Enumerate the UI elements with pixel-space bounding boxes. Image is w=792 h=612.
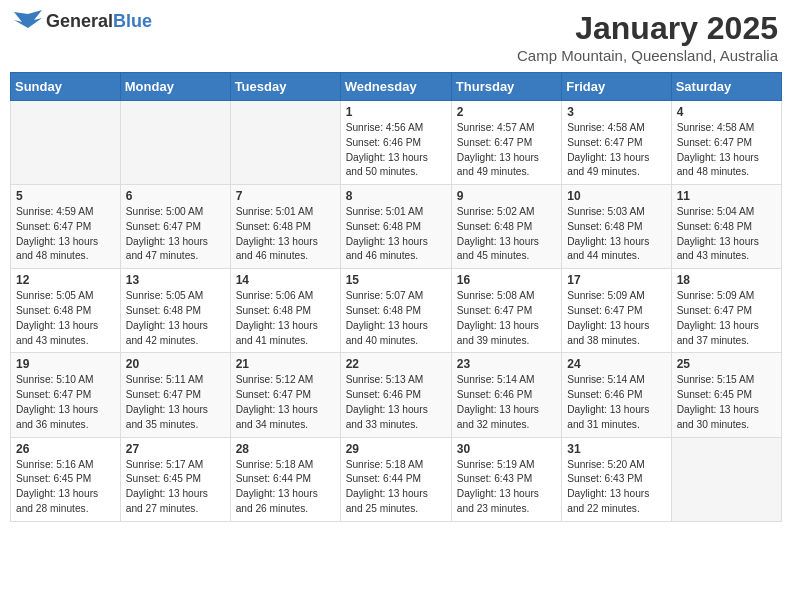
calendar-cell: 28Sunrise: 5:18 AM Sunset: 6:44 PM Dayli… — [230, 437, 340, 521]
day-info: Sunrise: 5:13 AM Sunset: 6:46 PM Dayligh… — [346, 373, 446, 432]
svg-marker-0 — [14, 10, 42, 28]
day-number: 8 — [346, 189, 446, 203]
day-number: 21 — [236, 357, 335, 371]
day-info: Sunrise: 5:01 AM Sunset: 6:48 PM Dayligh… — [236, 205, 335, 264]
day-number: 7 — [236, 189, 335, 203]
day-info: Sunrise: 4:58 AM Sunset: 6:47 PM Dayligh… — [567, 121, 665, 180]
day-number: 15 — [346, 273, 446, 287]
day-number: 13 — [126, 273, 225, 287]
day-info: Sunrise: 5:10 AM Sunset: 6:47 PM Dayligh… — [16, 373, 115, 432]
page-header: GeneralBlue January 2025 Camp Mountain, … — [10, 10, 782, 64]
day-info: Sunrise: 5:12 AM Sunset: 6:47 PM Dayligh… — [236, 373, 335, 432]
day-info: Sunrise: 5:11 AM Sunset: 6:47 PM Dayligh… — [126, 373, 225, 432]
calendar-cell: 12Sunrise: 5:05 AM Sunset: 6:48 PM Dayli… — [11, 269, 121, 353]
calendar-cell: 21Sunrise: 5:12 AM Sunset: 6:47 PM Dayli… — [230, 353, 340, 437]
day-info: Sunrise: 5:01 AM Sunset: 6:48 PM Dayligh… — [346, 205, 446, 264]
month-title: January 2025 — [517, 10, 778, 47]
weekday-header-sunday: Sunday — [11, 73, 121, 101]
day-number: 22 — [346, 357, 446, 371]
calendar-cell: 7Sunrise: 5:01 AM Sunset: 6:48 PM Daylig… — [230, 185, 340, 269]
day-number: 4 — [677, 105, 776, 119]
calendar-week-row: 26Sunrise: 5:16 AM Sunset: 6:45 PM Dayli… — [11, 437, 782, 521]
calendar-cell: 20Sunrise: 5:11 AM Sunset: 6:47 PM Dayli… — [120, 353, 230, 437]
calendar-table: SundayMondayTuesdayWednesdayThursdayFrid… — [10, 72, 782, 522]
day-info: Sunrise: 5:05 AM Sunset: 6:48 PM Dayligh… — [126, 289, 225, 348]
day-number: 28 — [236, 442, 335, 456]
day-number: 31 — [567, 442, 665, 456]
day-number: 1 — [346, 105, 446, 119]
weekday-header-monday: Monday — [120, 73, 230, 101]
day-info: Sunrise: 5:18 AM Sunset: 6:44 PM Dayligh… — [346, 458, 446, 517]
weekday-header-wednesday: Wednesday — [340, 73, 451, 101]
day-number: 29 — [346, 442, 446, 456]
day-info: Sunrise: 5:14 AM Sunset: 6:46 PM Dayligh… — [567, 373, 665, 432]
calendar-cell: 25Sunrise: 5:15 AM Sunset: 6:45 PM Dayli… — [671, 353, 781, 437]
day-number: 24 — [567, 357, 665, 371]
day-info: Sunrise: 4:59 AM Sunset: 6:47 PM Dayligh… — [16, 205, 115, 264]
location-subtitle: Camp Mountain, Queensland, Australia — [517, 47, 778, 64]
calendar-cell: 30Sunrise: 5:19 AM Sunset: 6:43 PM Dayli… — [451, 437, 561, 521]
calendar-cell: 4Sunrise: 4:58 AM Sunset: 6:47 PM Daylig… — [671, 101, 781, 185]
day-number: 9 — [457, 189, 556, 203]
calendar-cell: 11Sunrise: 5:04 AM Sunset: 6:48 PM Dayli… — [671, 185, 781, 269]
day-number: 23 — [457, 357, 556, 371]
day-info: Sunrise: 5:07 AM Sunset: 6:48 PM Dayligh… — [346, 289, 446, 348]
calendar-cell: 13Sunrise: 5:05 AM Sunset: 6:48 PM Dayli… — [120, 269, 230, 353]
calendar-cell: 17Sunrise: 5:09 AM Sunset: 6:47 PM Dayli… — [562, 269, 671, 353]
day-number: 3 — [567, 105, 665, 119]
calendar-cell: 24Sunrise: 5:14 AM Sunset: 6:46 PM Dayli… — [562, 353, 671, 437]
day-info: Sunrise: 4:56 AM Sunset: 6:46 PM Dayligh… — [346, 121, 446, 180]
day-info: Sunrise: 5:00 AM Sunset: 6:47 PM Dayligh… — [126, 205, 225, 264]
day-info: Sunrise: 5:20 AM Sunset: 6:43 PM Dayligh… — [567, 458, 665, 517]
day-number: 11 — [677, 189, 776, 203]
calendar-cell: 8Sunrise: 5:01 AM Sunset: 6:48 PM Daylig… — [340, 185, 451, 269]
day-number: 26 — [16, 442, 115, 456]
calendar-cell: 14Sunrise: 5:06 AM Sunset: 6:48 PM Dayli… — [230, 269, 340, 353]
day-number: 12 — [16, 273, 115, 287]
calendar-week-row: 12Sunrise: 5:05 AM Sunset: 6:48 PM Dayli… — [11, 269, 782, 353]
day-number: 30 — [457, 442, 556, 456]
day-info: Sunrise: 4:57 AM Sunset: 6:47 PM Dayligh… — [457, 121, 556, 180]
calendar-week-row: 5Sunrise: 4:59 AM Sunset: 6:47 PM Daylig… — [11, 185, 782, 269]
day-number: 2 — [457, 105, 556, 119]
calendar-cell — [671, 437, 781, 521]
day-info: Sunrise: 5:02 AM Sunset: 6:48 PM Dayligh… — [457, 205, 556, 264]
calendar-cell: 16Sunrise: 5:08 AM Sunset: 6:47 PM Dayli… — [451, 269, 561, 353]
calendar-cell: 1Sunrise: 4:56 AM Sunset: 6:46 PM Daylig… — [340, 101, 451, 185]
calendar-cell: 19Sunrise: 5:10 AM Sunset: 6:47 PM Dayli… — [11, 353, 121, 437]
calendar-week-row: 1Sunrise: 4:56 AM Sunset: 6:46 PM Daylig… — [11, 101, 782, 185]
calendar-cell: 3Sunrise: 4:58 AM Sunset: 6:47 PM Daylig… — [562, 101, 671, 185]
day-number: 20 — [126, 357, 225, 371]
day-info: Sunrise: 5:09 AM Sunset: 6:47 PM Dayligh… — [567, 289, 665, 348]
day-number: 6 — [126, 189, 225, 203]
day-info: Sunrise: 5:05 AM Sunset: 6:48 PM Dayligh… — [16, 289, 115, 348]
day-info: Sunrise: 5:17 AM Sunset: 6:45 PM Dayligh… — [126, 458, 225, 517]
day-number: 16 — [457, 273, 556, 287]
day-number: 19 — [16, 357, 115, 371]
day-info: Sunrise: 5:18 AM Sunset: 6:44 PM Dayligh… — [236, 458, 335, 517]
day-info: Sunrise: 5:14 AM Sunset: 6:46 PM Dayligh… — [457, 373, 556, 432]
day-info: Sunrise: 5:16 AM Sunset: 6:45 PM Dayligh… — [16, 458, 115, 517]
day-info: Sunrise: 5:09 AM Sunset: 6:47 PM Dayligh… — [677, 289, 776, 348]
day-number: 5 — [16, 189, 115, 203]
logo-general: General — [46, 11, 113, 31]
weekday-header-row: SundayMondayTuesdayWednesdayThursdayFrid… — [11, 73, 782, 101]
calendar-cell: 26Sunrise: 5:16 AM Sunset: 6:45 PM Dayli… — [11, 437, 121, 521]
logo-icon — [14, 10, 42, 32]
calendar-cell: 31Sunrise: 5:20 AM Sunset: 6:43 PM Dayli… — [562, 437, 671, 521]
day-number: 18 — [677, 273, 776, 287]
day-info: Sunrise: 5:04 AM Sunset: 6:48 PM Dayligh… — [677, 205, 776, 264]
calendar-cell: 9Sunrise: 5:02 AM Sunset: 6:48 PM Daylig… — [451, 185, 561, 269]
day-info: Sunrise: 4:58 AM Sunset: 6:47 PM Dayligh… — [677, 121, 776, 180]
day-number: 25 — [677, 357, 776, 371]
logo-blue: Blue — [113, 11, 152, 31]
day-number: 17 — [567, 273, 665, 287]
calendar-cell — [230, 101, 340, 185]
calendar-cell: 29Sunrise: 5:18 AM Sunset: 6:44 PM Dayli… — [340, 437, 451, 521]
weekday-header-saturday: Saturday — [671, 73, 781, 101]
weekday-header-thursday: Thursday — [451, 73, 561, 101]
weekday-header-tuesday: Tuesday — [230, 73, 340, 101]
calendar-cell: 6Sunrise: 5:00 AM Sunset: 6:47 PM Daylig… — [120, 185, 230, 269]
calendar-cell — [11, 101, 121, 185]
day-number: 27 — [126, 442, 225, 456]
